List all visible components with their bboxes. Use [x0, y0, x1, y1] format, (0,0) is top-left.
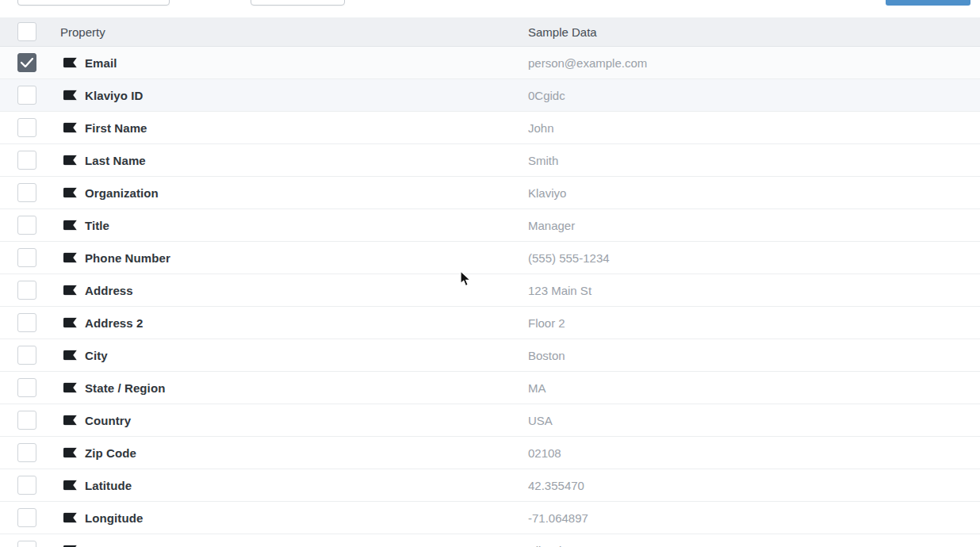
text-input-left[interactable] — [17, 0, 170, 6]
property-name: Title — [85, 219, 109, 232]
row-checkbox[interactable] — [17, 86, 36, 105]
property-flag-icon — [63, 220, 77, 231]
property-name: First Name — [85, 121, 147, 135]
table-row[interactable]: Address 123 Main St — [0, 274, 980, 307]
table-row[interactable]: Country USA — [0, 404, 980, 437]
table-body: Email person@example.com Klaviyo ID 0Cgi… — [0, 47, 980, 547]
property-flag-icon — [63, 350, 77, 361]
property-flag-icon — [63, 155, 77, 166]
property-name: Longitude — [85, 511, 143, 525]
sample-data-value: person@example.com — [528, 56, 647, 70]
property-name: Country — [85, 414, 131, 427]
property-name: Address 2 — [85, 316, 143, 330]
row-checkbox[interactable] — [17, 118, 36, 137]
table-row[interactable]: City Boston — [0, 339, 980, 372]
sample-data-value: John — [528, 121, 554, 135]
sample-data-value: Boston — [528, 349, 565, 362]
table-row[interactable]: State / Region MA — [0, 372, 980, 404]
table-row[interactable]: Source Vibration — [0, 534, 980, 547]
table-row[interactable]: Last Name Smith — [0, 144, 980, 177]
table-row[interactable]: Klaviyo ID 0Cgidc — [0, 79, 980, 112]
row-checkbox[interactable] — [17, 378, 36, 397]
property-flag-icon — [63, 415, 77, 426]
table-row[interactable]: Zip Code 02108 — [0, 437, 980, 469]
sample-data-value: Klaviyo — [528, 186, 566, 200]
property-name: Organization — [85, 186, 159, 200]
sample-data-value: Manager — [528, 219, 575, 232]
property-name: Address — [85, 284, 133, 297]
row-checkbox[interactable] — [17, 151, 36, 170]
property-flag-icon — [63, 448, 77, 458]
table-header-row: Property Sample Data — [0, 17, 980, 47]
sample-data-value: 0Cgidc — [528, 89, 565, 102]
sample-data-value: Vibration — [528, 544, 575, 547]
sample-data-value: 42.355470 — [528, 479, 584, 492]
properties-table: Property Sample Data Email person@exampl… — [0, 17, 980, 547]
property-name: Latitude — [85, 479, 132, 492]
property-column-header: Property — [60, 25, 105, 39]
check-icon — [21, 58, 33, 67]
row-checkbox[interactable] — [17, 248, 36, 267]
property-name: Klaviyo ID — [85, 89, 144, 102]
top-toolbar — [0, 0, 980, 17]
row-checkbox[interactable] — [17, 183, 36, 202]
sample-data-value: USA — [528, 414, 553, 427]
property-flag-icon — [63, 318, 77, 328]
row-checkbox[interactable] — [17, 216, 36, 235]
table-row[interactable]: Latitude 42.355470 — [0, 469, 980, 502]
sample-data-value: -71.064897 — [528, 511, 588, 525]
row-checkbox[interactable] — [17, 443, 36, 462]
row-checkbox[interactable] — [17, 476, 36, 495]
table-row[interactable]: Organization Klaviyo — [0, 177, 980, 209]
sample-data-value: 123 Main St — [528, 284, 591, 297]
sample-data-value: Smith — [528, 154, 558, 167]
sample-data-value: 02108 — [528, 446, 561, 460]
sample-data-value: (555) 555-1234 — [528, 251, 610, 265]
row-checkbox[interactable] — [17, 313, 36, 332]
table-row[interactable]: Title Manager — [0, 209, 980, 242]
property-flag-icon — [63, 383, 77, 393]
select-all-checkbox[interactable] — [17, 22, 36, 41]
property-name: Zip Code — [85, 446, 136, 460]
sample-data-column-header: Sample Data — [528, 25, 597, 39]
sample-data-value: MA — [528, 381, 546, 395]
property-flag-icon — [63, 513, 77, 523]
text-input-right[interactable] — [251, 0, 345, 6]
property-flag-icon — [63, 188, 77, 198]
property-flag-icon — [63, 58, 77, 68]
property-name: Phone Number — [85, 251, 170, 265]
property-name: Email — [85, 56, 117, 70]
property-flag-icon — [63, 253, 77, 263]
row-checkbox[interactable] — [17, 281, 36, 300]
property-flag-icon — [63, 285, 77, 296]
sample-data-value: Floor 2 — [528, 316, 565, 330]
property-flag-icon — [63, 123, 77, 133]
table-row[interactable]: First Name John — [0, 112, 980, 144]
property-flag-icon — [63, 90, 77, 101]
property-name: Source — [85, 544, 125, 547]
row-checkbox[interactable] — [17, 541, 36, 547]
property-flag-icon — [63, 480, 77, 491]
table-row[interactable]: Address 2 Floor 2 — [0, 307, 980, 339]
table-row[interactable]: Phone Number (555) 555-1234 — [0, 242, 980, 274]
table-row[interactable]: Email person@example.com — [0, 47, 980, 79]
table-row[interactable]: Longitude -71.064897 — [0, 502, 980, 534]
property-name: City — [85, 349, 108, 362]
property-name: Last Name — [85, 154, 146, 167]
row-checkbox[interactable] — [17, 346, 36, 365]
row-checkbox[interactable] — [17, 508, 36, 527]
property-name: State / Region — [85, 381, 165, 395]
primary-action-button[interactable] — [886, 0, 970, 6]
row-checkbox[interactable] — [17, 411, 36, 430]
row-checkbox[interactable] — [17, 53, 36, 72]
